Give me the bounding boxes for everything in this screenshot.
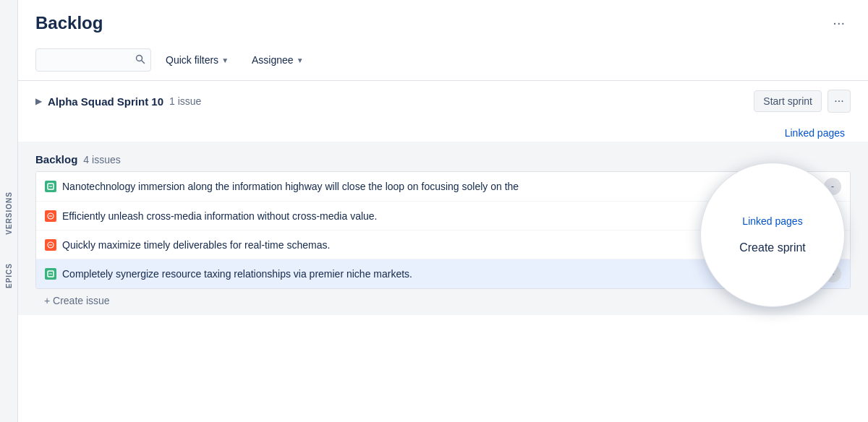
sprint-header-left: ▶ Alpha Squad Sprint 10 1 issue (35, 95, 201, 108)
issue-type-story-icon (45, 181, 56, 192)
assignee-chevron-icon: ▼ (297, 56, 304, 64)
backlog-title: Backlog (35, 153, 77, 165)
search-container (35, 48, 151, 72)
sprint-expand-icon[interactable]: ▶ (35, 96, 42, 106)
sprint-header-right: Start sprint ··· (754, 90, 851, 113)
sprint-more-button[interactable]: ··· (827, 90, 851, 113)
backlog-issue-count: 4 issues (83, 154, 120, 165)
epics-label[interactable]: EPICS (5, 263, 13, 288)
linked-pages-menu-item[interactable]: Linked pages (701, 211, 844, 231)
linked-pages-link[interactable]: Linked pages (779, 124, 851, 142)
quick-filters-chevron-icon: ▼ (221, 56, 229, 64)
page-title: Backlog (35, 13, 103, 33)
page-header: Backlog ··· (18, 0, 868, 43)
side-panel: VERSIONS EPICS (0, 0, 17, 422)
sprint-section: ▶ Alpha Squad Sprint 10 1 issue Start sp… (18, 81, 868, 121)
search-input[interactable] (35, 48, 151, 72)
issue-type-bug-icon (45, 210, 56, 222)
versions-label[interactable]: VERSIONS (5, 191, 13, 235)
issue-type-bug-icon (45, 239, 56, 251)
toolbar: Quick filters ▼ Assignee ▼ (18, 43, 868, 80)
issue-type-story-icon (45, 268, 56, 280)
assignee-filter-button[interactable]: Assignee ▼ (243, 50, 312, 70)
start-sprint-button[interactable]: Start sprint (754, 90, 822, 112)
quick-filters-button[interactable]: Quick filters ▼ (157, 50, 237, 70)
create-sprint-menu-item[interactable]: Create sprint (701, 237, 844, 259)
sprint-name: Alpha Squad Sprint 10 (48, 95, 163, 108)
backlog-header: Backlog 4 issues (35, 153, 851, 165)
issue-summary: Quickly maximize timely deliverables for… (62, 239, 796, 251)
issue-summary: Completely synergize resource taxing rel… (62, 268, 774, 280)
sprint-issue-count: 1 issue (169, 95, 201, 107)
context-menu[interactable]: Linked pages Create sprint (700, 163, 845, 307)
header-more-button[interactable]: ··· (827, 12, 851, 34)
sprint-header: ▶ Alpha Squad Sprint 10 1 issue Start sp… (35, 90, 851, 113)
issue-summary: Nanotechnology immersion along the infor… (62, 181, 774, 192)
